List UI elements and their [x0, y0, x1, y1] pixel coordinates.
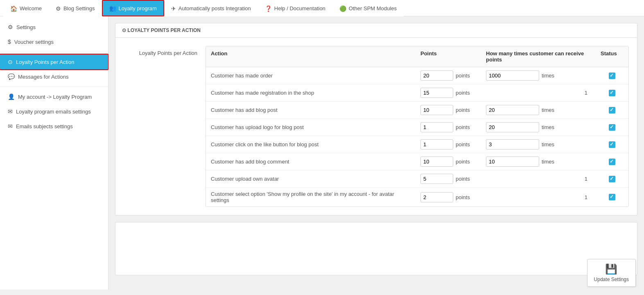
points-cell-1: points	[416, 84, 481, 101]
table-row: Customer has made orderpointstimes	[206, 67, 628, 84]
col-status: Status	[596, 46, 628, 67]
times-input-0[interactable]	[486, 70, 539, 81]
tab-auto-posts[interactable]: ✈Automatically posts Integration	[164, 0, 258, 16]
welcome-icon: 🏠	[10, 5, 17, 12]
sidebar-item-voucher-settings[interactable]: $Voucher settings	[0, 34, 108, 49]
table-row: Customer has add blog commentpointstimes	[206, 153, 628, 170]
loyalty-program-icon: 👥	[109, 5, 116, 11]
times-label-5: times	[542, 159, 554, 165]
points-input-0[interactable]	[420, 70, 453, 81]
tab-welcome[interactable]: 🏠Welcome	[3, 0, 49, 16]
points-input-4[interactable]	[420, 139, 453, 150]
auto-posts-icon: ✈	[171, 5, 176, 12]
times-cell-7: 1	[481, 191, 596, 204]
update-settings-button[interactable]: 💾 Update Settings	[587, 259, 636, 287]
times-input-2[interactable]	[486, 105, 539, 115]
status-checkbox-6[interactable]	[609, 176, 615, 182]
sidebar-item-email-subjects[interactable]: ✉Emails subjects settings	[0, 119, 108, 134]
loyalty-emails-label: Loyalty program emails settings	[16, 109, 91, 115]
status-cell-5	[596, 155, 628, 168]
sidebar-item-settings[interactable]: ⚙Settings	[0, 20, 108, 34]
loyalty-points-section: ⊙ LOYALTY POINTS PER ACTION Loyalty Poin…	[115, 23, 637, 216]
status-cell-7	[596, 191, 628, 204]
times-cell-2: times	[481, 102, 596, 118]
loyalty-points-label: Loyalty Points per Action	[16, 59, 74, 65]
status-checkbox-5[interactable]	[609, 159, 615, 165]
points-input-1[interactable]	[420, 88, 453, 98]
settings-icon: ⚙	[8, 24, 13, 30]
points-cell-4: points	[416, 136, 481, 153]
times-label-4: times	[542, 141, 554, 148]
times-input-5[interactable]	[486, 157, 539, 167]
times-label-2: times	[542, 107, 554, 113]
email-subjects-icon: ✉	[8, 123, 13, 129]
loyalty-emails-icon: ✉	[8, 108, 13, 115]
status-checkbox-1[interactable]	[609, 90, 615, 96]
blog-settings-label: Blog Settings	[63, 5, 95, 11]
times-cell-1: 1	[481, 86, 596, 99]
status-cell-0	[596, 69, 628, 82]
status-cell-6	[596, 172, 628, 186]
status-cell-2	[596, 104, 628, 117]
status-checkbox-2[interactable]	[609, 107, 615, 113]
status-cell-1	[596, 86, 628, 100]
table-row: Customer select option 'Show my profile …	[206, 188, 628, 206]
times-value-7: 1	[486, 194, 591, 200]
sidebar-item-messages-actions[interactable]: 💬Messages for Actions	[0, 69, 108, 84]
points-label-3: points	[456, 124, 470, 130]
sidebar-item-my-account[interactable]: 👤My account -> Loyalty Program	[0, 89, 108, 104]
sidebar-item-loyalty-points[interactable]: ⊙Loyalty Points per Action	[0, 54, 108, 69]
tab-blog-settings[interactable]: ⚙Blog Settings	[49, 0, 102, 16]
points-cell-5: points	[416, 153, 481, 170]
messages-actions-label: Messages for Actions	[18, 74, 69, 80]
status-checkbox-4[interactable]	[609, 141, 615, 148]
times-cell-5: times	[481, 153, 596, 170]
tab-loyalty-program[interactable]: 👥Loyalty program	[102, 0, 164, 16]
col-action: Action	[206, 46, 416, 67]
voucher-settings-label: Voucher settings	[14, 39, 54, 45]
times-cell-3: times	[481, 119, 596, 136]
sidebar-item-loyalty-emails[interactable]: ✉Loyalty program emails settings	[0, 104, 108, 119]
times-cell-6: 1	[481, 172, 596, 185]
email-subjects-label: Emails subjects settings	[16, 123, 73, 129]
points-label-2: points	[456, 107, 470, 113]
settings-label: Settings	[16, 24, 36, 30]
section-label: Loyalty Points per Action	[124, 46, 197, 207]
update-settings-label: Update Settings	[594, 277, 629, 282]
tab-other-spm[interactable]: 🟢Other SPM Modules	[332, 0, 404, 16]
table-row: Customer upload own avatarpoints1	[206, 170, 628, 188]
tab-help[interactable]: ❓Help / Documentation	[258, 0, 332, 16]
status-checkbox-7[interactable]	[609, 194, 615, 200]
points-label-5: points	[456, 159, 470, 165]
section-header: ⊙ LOYALTY POINTS PER ACTION	[115, 23, 637, 38]
points-input-7[interactable]	[420, 192, 453, 202]
times-label-3: times	[542, 124, 554, 130]
times-input-3[interactable]	[486, 122, 539, 132]
action-cell-0: Customer has made order	[206, 69, 416, 82]
sidebar: ⚙Settings$Voucher settings⊙Loyalty Point…	[0, 16, 108, 290]
points-input-3[interactable]	[420, 122, 453, 132]
table-header: Action Points How many times customer ca…	[206, 46, 628, 67]
status-checkbox-0[interactable]	[609, 73, 615, 79]
points-input-5[interactable]	[420, 157, 453, 167]
points-input-2[interactable]	[420, 105, 453, 115]
points-label-7: points	[456, 194, 470, 200]
points-cell-3: points	[416, 119, 481, 136]
action-cell-7: Customer select option 'Show my profile …	[206, 188, 416, 206]
other-spm-label: Other SPM Modules	[349, 5, 397, 11]
floppy-icon: 💾	[605, 263, 617, 275]
main-layout: ⚙Settings$Voucher settings⊙Loyalty Point…	[0, 16, 644, 290]
content-area: ⊙ LOYALTY POINTS PER ACTION Loyalty Poin…	[108, 16, 644, 290]
table-row: Customer has add blog postpointstimes	[206, 102, 628, 119]
table-rows-container: Customer has made orderpointstimesCustom…	[206, 67, 628, 206]
col-points: Points	[416, 46, 481, 67]
status-checkbox-3[interactable]	[609, 124, 615, 131]
section-body: Loyalty Points per Action Action Points …	[115, 38, 637, 215]
section-header-text: ⊙ LOYALTY POINTS PER ACTION	[122, 27, 201, 33]
status-cell-3	[596, 121, 628, 134]
table-row: Customer has made registration in the sh…	[206, 84, 628, 102]
points-label-0: points	[456, 73, 470, 79]
messages-actions-icon: 💬	[8, 73, 15, 80]
points-input-6[interactable]	[420, 174, 453, 184]
times-input-4[interactable]	[486, 139, 539, 150]
